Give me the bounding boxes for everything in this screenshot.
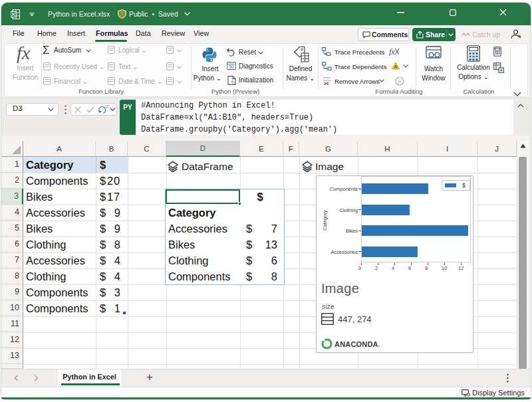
svg-text:50: 50 <box>229 64 234 69</box>
svg-text:↻: ↻ <box>231 80 234 84</box>
svg-text:fx: fx <box>389 47 395 56</box>
svg-text:(2): (2) <box>105 104 110 108</box>
svg-text:A: A <box>394 64 398 69</box>
svg-text:fx: fx <box>398 78 402 84</box>
